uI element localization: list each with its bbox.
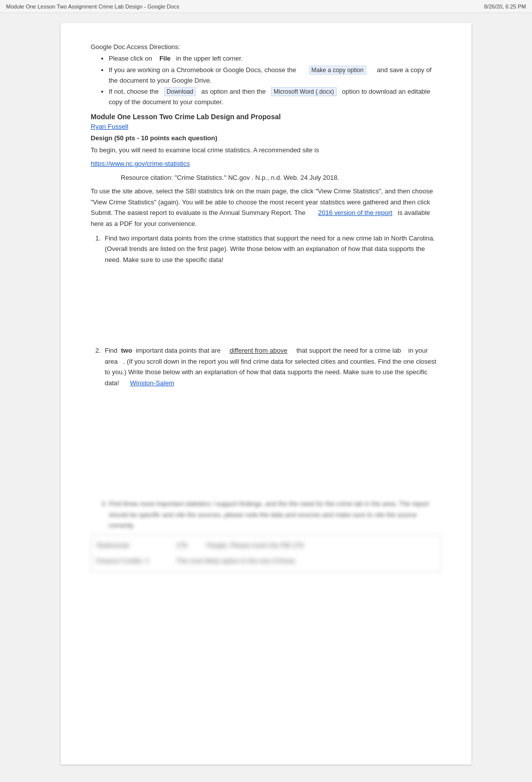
body-paragraph: To use the site above, select the SBI st… [91,186,441,229]
make-copy-option[interactable]: Make a copy option [309,66,366,75]
answer-space-1 [105,265,441,335]
blurred-table: Testimonial 278 People, Please insert th… [91,535,441,572]
question-2-text: Find two important data points that are … [105,347,436,386]
blurred-val-2: The most likely option to the rest of th… [176,556,295,567]
bullet-2-text: If you are working on a Chromebook or Go… [109,66,431,84]
browser-toolbar: Module One Lesson Two Assignment Crime L… [0,0,532,13]
directions-header: Google Doc Access Directions: [91,43,441,51]
resource-citation: Resource citation: "Crime Statistics." N… [121,172,441,183]
blurred-row-1: Testimonial 278 People, Please insert th… [96,540,436,551]
author-name[interactable]: Ryan Fussell [91,123,441,130]
question-2: 2. Find two important data points that a… [91,345,441,494]
winston-salem-link[interactable]: Winston-Salem [130,379,174,387]
design-heading: Design (50 pts - 10 points each question… [91,134,441,142]
site-link-paragraph: https://www.nc.gov/crime-statistics [91,158,441,169]
directions-list: Please click on File in the upper left c… [91,54,441,108]
blurred-question-3: Find three more important statistics / s… [91,498,441,572]
question-2-content: Find two important data points that are … [105,345,441,494]
browser-datetime: 8/26/20, 6:25 PM [484,4,526,10]
bullet-item-2: If you are working on a Chromebook or Go… [109,65,441,86]
doc-title: Module One Lesson Two Crime Lab Design a… [91,113,441,121]
word-option[interactable]: Microsoft Word (.docx) [271,87,336,96]
document-page: Google Doc Access Directions: Please cli… [61,23,471,764]
blurred-label-1: Testimonial [96,540,176,551]
bullet-3-text: If not, choose the Download as option an… [109,88,430,106]
question-2-num: 2. [91,345,101,494]
report-link[interactable]: 2016 version of the report [318,209,392,216]
nc-crime-statistics-link[interactable]: https://www.nc.gov/crime-statistics [91,160,190,167]
question-1-content: Find two important data points from the … [105,233,441,341]
question-1: 1. Find two important data points from t… [91,233,441,341]
answer-space-2 [105,388,441,488]
bullet-item-3: If not, choose the Download as option an… [109,87,441,108]
blurred-q3-text: Find three more important statistics / s… [109,500,429,529]
download-option[interactable]: Download [164,87,196,96]
bullet-1-text: Please click on File in the upper left c… [109,55,242,62]
intro-text: To begin, you will need to examine local… [91,145,441,155]
blurred-row-2: Finance Credits: 2 The most likely optio… [96,556,436,567]
question-list: 1. Find two important data points from t… [91,233,441,494]
blurred-val-1: People, Please insert the FBI 278 [206,540,304,551]
question-1-num: 1. [91,233,101,341]
browser-title: Module One Lesson Two Assignment Crime L… [6,4,179,10]
blurred-label-2: Finance Credits: 2 [96,556,176,567]
bullet-item-1: Please click on File in the upper left c… [109,54,441,64]
